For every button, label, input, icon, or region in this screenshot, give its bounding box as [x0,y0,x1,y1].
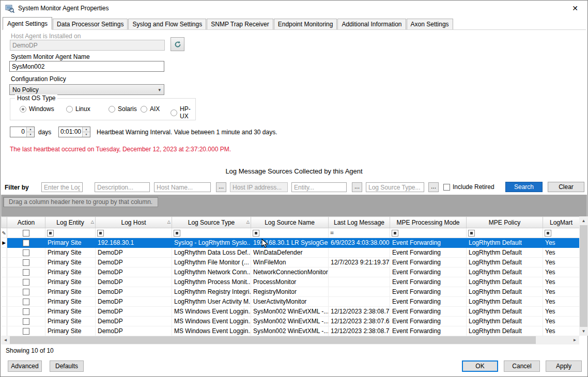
table-row[interactable]: Primary SiteDemoDPLogRhythm Process Moni… [2,277,580,287]
search-button[interactable]: Search [505,182,543,192]
close-icon[interactable]: ✕ [564,1,586,16]
column-header-log-source-name[interactable]: Log Source Name [251,217,329,228]
agent-name-input[interactable] [9,61,164,72]
column-header-mpe-processing-mode[interactable]: MPE Processing Mode [390,217,467,228]
scroll-up-icon[interactable]: ▲ [579,216,588,225]
table-row[interactable]: Primary SiteDemoDPMS Windows Event Loggi… [2,326,580,336]
host-name-browse-button[interactable]: ... [216,182,226,192]
apply-button[interactable]: Apply [546,360,582,372]
row-checkbox[interactable] [23,240,29,246]
table-row[interactable]: Primary SiteDemoDPLogRhythm User Activit… [2,297,580,307]
table-row[interactable]: Primary SiteDemoDPLogRhythm Network Conn… [2,268,580,277]
table-row[interactable]: Primary SiteDemoDPMS Windows Event Loggi… [2,317,580,326]
filter-cell-log-host[interactable] [96,228,172,238]
log-source-type-browse-button[interactable]: ... [428,182,439,192]
filter-cell-log-source-name[interactable] [251,228,329,238]
heartbeat-days-stepper[interactable]: 0 ▲ ▼ [10,127,35,137]
table-row[interactable]: Primary SiteDemoDPMS Windows Event Loggi… [2,307,580,317]
configuration-policy-dropdown[interactable]: No Policy ▾ [9,84,164,95]
tab-additional-information[interactable]: Additional Information [337,19,406,29]
stepper-up-icon[interactable]: ▲ [27,127,34,132]
radio-linux[interactable]: Linux [66,105,90,113]
filter-cell-log-entity[interactable] [45,228,96,238]
column-header-log-entity[interactable]: Log Entity△ [45,217,96,228]
column-header-label: Log Source Type [188,219,235,226]
log-source-type-filter-input[interactable] [366,182,424,192]
tab-snmp-trap-receiver[interactable]: SNMP Trap Receiver [207,19,273,29]
defaults-button[interactable]: Defaults [50,360,84,372]
scroll-right-icon[interactable]: ► [570,336,579,344]
cancel-button[interactable]: Cancel [504,360,540,372]
row-checkbox[interactable] [23,269,29,276]
stepper-down-icon[interactable]: ▼ [83,132,90,137]
column-header-last-log-message[interactable]: Last Log Message [329,217,390,228]
select-all-checkbox[interactable] [23,230,29,237]
entity-browse-button[interactable]: ... [352,182,362,192]
row-indicator-cell [2,307,7,317]
radio-solaris[interactable]: Solaris [109,105,137,113]
table-row[interactable]: Primary SiteDemoDPLogRhythm Data Loss De… [2,248,580,258]
row-checkbox[interactable] [23,308,29,315]
column-header-log-source-type[interactable]: Log Source Type△ [172,217,251,228]
heartbeat-interval-stepper[interactable]: 0:01:00 ▲ ▼ [58,127,90,137]
row-checkbox[interactable] [23,259,29,266]
chevron-down-icon: ▾ [158,87,161,92]
filter-cell-last-log-message[interactable]: = [329,228,390,238]
column-header-action[interactable]: Action [7,217,45,228]
scroll-down-icon[interactable]: ▼ [579,327,588,336]
column-header-logmart[interactable]: LogMart [543,217,580,228]
column-header-log-host[interactable]: Log Host△ [96,217,172,228]
row-checkbox[interactable] [23,318,29,325]
action-cell [7,297,45,307]
radio-windows[interactable]: Windows [20,105,54,113]
clear-button[interactable]: Clear [548,182,584,192]
advanced-button[interactable]: Advanced [8,360,42,372]
scroll-left-icon[interactable]: ◄ [1,336,10,344]
vertical-scroll-thumb[interactable] [580,225,587,327]
row-checkbox[interactable] [23,279,29,286]
stepper-down-icon[interactable]: ▼ [27,132,34,137]
showing-count-text: Showing 10 of 10 [6,347,54,354]
radio-hp-ux[interactable]: HP-UX [171,105,195,120]
stepper-up-icon[interactable]: ▲ [83,127,90,132]
tab-data-processor-settings[interactable]: Data Processor Settings [53,19,128,29]
description-filter-input[interactable] [95,182,150,192]
table-row[interactable]: Primary SiteDemoDPLogRhythm Registry Int… [2,287,580,297]
column-header-mpe-policy[interactable]: MPE Policy [467,217,543,228]
row-checkbox[interactable] [23,289,29,295]
cell-entity: Primary Site [45,238,96,248]
cell-name: WinFileMon [251,258,329,268]
table-row[interactable]: Primary SiteDemoDPLogRhythm File Monitor… [2,258,580,268]
filter-cell-log-source-type[interactable] [172,228,251,238]
tab-endpoint-monitoring[interactable]: Endpoint Monitoring [274,19,337,29]
table-row[interactable]: ▶Primary Site192.168.30.1Syslog - LogRhy… [2,238,580,248]
tab-strip: Agent SettingsData Processor SettingsSys… [2,18,586,30]
row-checkbox[interactable] [23,249,29,256]
action-cell [7,307,45,317]
include-retired-checkbox[interactable]: Include Retired [443,183,494,191]
tab-syslog-and-flow-settings[interactable]: Syslog and Flow Settings [128,19,206,29]
vertical-scrollbar[interactable]: ▲ ▼ [579,216,588,336]
host-name-filter-input[interactable] [154,182,211,192]
cell-mode: Event Forwarding [390,268,467,277]
tab-agent-settings[interactable]: Agent Settings [3,17,52,30]
horizontal-scrollbar[interactable]: ◄ ► [1,336,579,344]
refresh-host-agent-button[interactable] [171,37,184,51]
days-label: days [38,129,51,136]
cell-mode: Event Forwarding [390,277,467,287]
horizontal-scroll-thumb[interactable] [10,336,536,344]
log-source-filter-input[interactable] [41,182,83,192]
entity-filter-input[interactable] [291,182,347,192]
cell-mode: Event Forwarding [390,307,467,317]
filter-cell-action[interactable] [7,228,45,238]
row-checkbox[interactable] [23,299,29,305]
filter-cell-logmart[interactable] [543,228,580,238]
cell-policy: LogRhythm Default [467,307,543,317]
row-checkbox[interactable] [23,328,29,335]
filter-cell-mpe-policy[interactable] [467,228,543,238]
cell-host: DemoDP [96,277,172,287]
ok-button[interactable]: OK [462,360,498,372]
radio-aix[interactable]: AIX [141,105,160,113]
tab-axon-settings[interactable]: Axon Settings [407,19,453,29]
filter-cell-mpe-processing-mode[interactable] [390,228,467,238]
